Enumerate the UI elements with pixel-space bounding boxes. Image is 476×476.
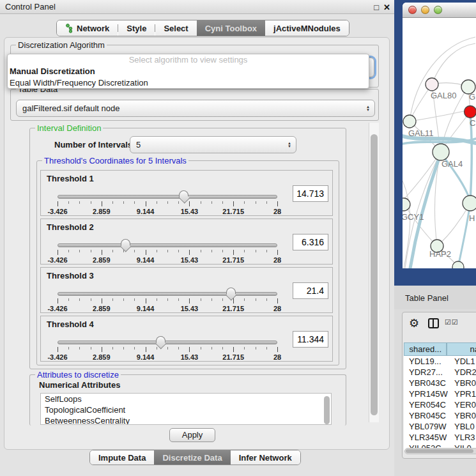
menu-item-manual-discretization[interactable]: Manual Discretization [8,66,369,77]
right-pane: GAL80 G C GAL11 GAL4 GCY1 H HAP2 Table P… [394,0,476,476]
close-icon[interactable]: ✕ [383,1,390,14]
discretization-algorithm-group-label: Discretization Algorithm [16,40,107,50]
network-window: GAL80 G C GAL11 GAL4 GCY1 H HAP2 [403,3,476,268]
table-panel: ⚙ ☑☑ shared... na YDL19...YDL1 YDR27...Y… [402,312,476,459]
threshold-2-value-input[interactable] [293,234,328,250]
slider-track[interactable] [58,243,277,247]
slider-track[interactable] [58,341,277,344]
apply-button[interactable]: Apply [169,428,215,442]
tab-jactivemnodules[interactable]: jActiveMNodules [265,20,349,36]
slider-thumb[interactable] [121,239,130,247]
slider-ticks [58,250,277,256]
gear-icon[interactable]: ⚙ [409,316,419,330]
control-panel: Control Panel □ ✕ Network Style Select C [0,0,394,476]
tab-select[interactable]: Select [155,20,196,36]
attributes-list-scrollbar[interactable] [324,396,330,424]
network-nodes[interactable] [403,78,476,268]
node-gal80[interactable] [426,78,438,91]
node-gal11[interactable] [403,115,416,128]
slider-thumb[interactable] [226,288,236,295]
slider-track[interactable] [58,195,277,199]
tab-select-label: Select [164,24,188,33]
numerical-attributes-list[interactable]: SelfLoops TopologicalCoefficient Between… [40,393,332,425]
node-h[interactable] [463,196,476,211]
zoom-traffic-light-icon[interactable] [434,6,442,14]
node-gal4[interactable] [433,144,449,160]
list-item[interactable]: SelfLoops [41,394,331,404]
threshold-2-label: Threshold 2 [47,222,94,232]
slider-tick-labels: -3.426 2.859 9.144 15.43 21.715 28 [58,305,277,312]
column-header-name[interactable]: na [447,342,476,356]
number-of-intervals-value: 5 [136,140,141,150]
node-label: GAL80 [431,91,456,100]
threshold-4-slider[interactable]: -3.426 2.859 9.144 15.43 21.715 28 [58,337,277,361]
slider-thumb[interactable] [179,190,188,198]
table-row[interactable]: YDR27...YDR2 [404,367,476,378]
table-horizontal-scrollbar-thumb[interactable] [406,449,473,453]
table-row[interactable]: YDL19...YDL1 [404,356,476,367]
slider-track[interactable] [58,292,277,296]
table-row[interactable]: YBR043CYBR0 [404,378,476,388]
table-row[interactable]: YPR145WYPR1 [404,388,476,399]
node-label: GAL11 [408,128,434,138]
tab-infer-network-label: Infer Network [239,453,292,463]
checkbox-icons[interactable]: ☑☑ [445,318,459,326]
threshold-3-slider[interactable]: -3.426 2.859 9.144 15.43 21.715 28 [58,288,277,312]
minimize-traffic-light-icon[interactable] [421,6,429,14]
table-row[interactable]: YBL079WYBL0 [404,421,476,432]
table-row[interactable]: YBR045CYBR0 [404,410,476,421]
threshold-3-label: Threshold 3 [47,271,94,280]
tab-style[interactable]: Style [118,20,155,36]
table-data-select[interactable]: galFiltered.sif default node ▲▼ [16,100,375,117]
node-gcy1[interactable] [403,198,410,211]
table-horizontal-scrollbar[interactable] [404,448,476,454]
node-label: C [470,118,475,128]
list-item[interactable]: TopologicalCoefficient [41,404,331,415]
network-canvas[interactable]: GAL80 G C GAL11 GAL4 GCY1 H HAP2 [403,18,476,268]
table-panel-title: Table Panel [405,293,449,303]
column-layout-icon[interactable] [428,318,439,328]
network-icon [65,24,73,33]
threshold-1-slider[interactable]: -3.426 2.859 9.144 15.43 21.715 28 [58,191,277,215]
threshold-3-value-input[interactable] [293,282,328,299]
numerical-attributes-label: Numerical Attributes [39,380,120,390]
table-row[interactable]: YER054CYER0 [404,399,476,410]
tab-network[interactable]: Network [57,20,118,36]
network-window-titlebar [403,3,476,18]
threshold-1-panel: Threshold 1 -3.426 2.859 9.144 15.43 21.… [40,170,333,216]
close-traffic-light-icon[interactable] [408,6,417,14]
interval-definition-group: Interval Definition Number of Intervals … [29,128,346,369]
algorithm-dropdown-popup: Select algorithm to view settings Manual… [7,54,369,89]
float-window-icon[interactable]: □ [374,1,379,14]
slider-ticks [58,347,277,353]
tab-network-label: Network [77,24,109,33]
tab-impute-data-label: Impute Data [98,453,146,463]
control-panel-title: Control Panel [5,2,56,12]
threshold-4-label: Threshold 4 [47,319,94,329]
tab-impute-data[interactable]: Impute Data [90,450,154,464]
tab-cyni-toolbox[interactable]: Cyni Toolbox [197,20,265,36]
tab-cyni-toolbox-label: Cyni Toolbox [205,24,257,33]
tab-discretize-data[interactable]: Discretize Data [154,450,230,464]
threshold-4-value-input[interactable] [293,331,328,348]
threshold-1-value-input[interactable] [293,185,328,202]
slider-ticks [58,298,277,304]
tab-jactivemnodules-label: jActiveMNodules [273,24,341,33]
control-panel-titlebar: Control Panel □ ✕ [0,0,394,14]
list-item[interactable]: BetweennessCentrality [41,415,331,425]
tab-infer-network[interactable]: Infer Network [231,450,300,464]
settings-scrollbar[interactable] [369,123,379,422]
stepper-icon: ▲▼ [366,105,370,112]
node-red[interactable] [464,106,476,118]
menu-item-equal-width-frequency[interactable]: Equal Width/Frequency Discretization [8,77,369,89]
threshold-2-slider[interactable]: -3.426 2.859 9.144 15.43 21.715 28 [58,240,277,264]
algorithm-hint-item: Select algorithm to view settings [8,54,369,66]
node-label: GAL4 [441,159,463,169]
settings-scrollbar-thumb[interactable] [371,134,378,415]
table-data-group: Table Data galFiltered.sif default node … [10,89,379,121]
slider-tick-labels: -3.426 2.859 9.144 15.43 21.715 28 [58,353,277,361]
column-header-shared[interactable]: shared... [404,342,447,356]
slider-thumb[interactable] [156,336,165,344]
table-row[interactable]: YLR345WYLR3 [404,432,476,443]
number-of-intervals-select[interactable]: 5 ▲▼ [130,136,296,153]
